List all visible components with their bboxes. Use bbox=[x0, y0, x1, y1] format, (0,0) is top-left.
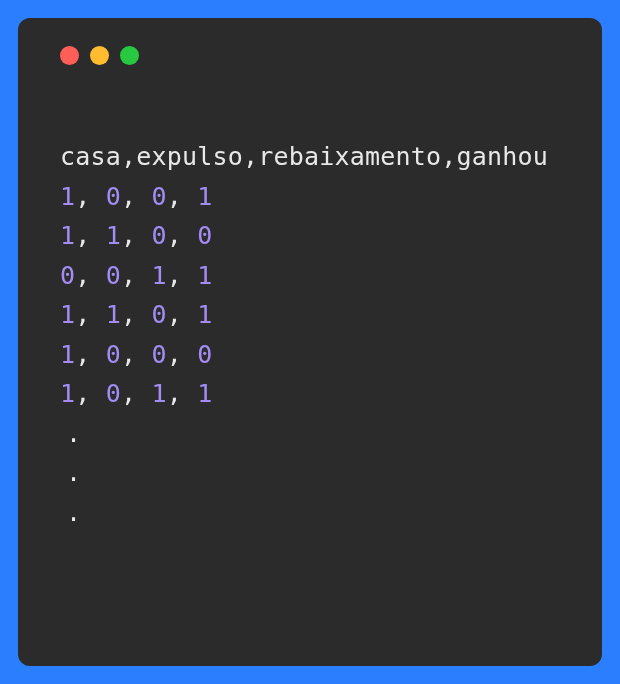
csv-value: 0 bbox=[106, 182, 121, 211]
csv-header: casa,expulso,rebaixamento,ganhou bbox=[60, 137, 560, 177]
separator: , bbox=[167, 300, 198, 329]
csv-value: 1 bbox=[60, 379, 75, 408]
separator: , bbox=[167, 182, 198, 211]
separator: , bbox=[121, 379, 152, 408]
code-content: casa,expulso,rebaixamento,ganhou 1, 0, 0… bbox=[60, 137, 560, 532]
separator: , bbox=[167, 261, 198, 290]
csv-value: 1 bbox=[152, 261, 167, 290]
csv-value: 1 bbox=[60, 300, 75, 329]
csv-value: 1 bbox=[106, 221, 121, 250]
csv-row: 0, 0, 1, 1 bbox=[60, 256, 560, 296]
csv-value: 1 bbox=[197, 261, 212, 290]
csv-value: 0 bbox=[106, 379, 121, 408]
separator: , bbox=[75, 300, 106, 329]
separator: , bbox=[75, 340, 106, 369]
separator: , bbox=[75, 261, 106, 290]
separator: , bbox=[121, 340, 152, 369]
separator: , bbox=[121, 182, 152, 211]
csv-value: 0 bbox=[197, 340, 212, 369]
separator: , bbox=[75, 221, 106, 250]
separator: , bbox=[167, 221, 198, 250]
csv-value: 0 bbox=[106, 261, 121, 290]
csv-value: 1 bbox=[197, 300, 212, 329]
csv-row: 1, 1, 0, 1 bbox=[60, 295, 560, 335]
csv-value: 0 bbox=[60, 261, 75, 290]
ellipsis-dot: . bbox=[60, 453, 560, 493]
csv-value: 0 bbox=[152, 340, 167, 369]
csv-value: 0 bbox=[152, 300, 167, 329]
csv-value: 0 bbox=[106, 340, 121, 369]
zoom-icon[interactable] bbox=[120, 46, 139, 65]
csv-rows: 1, 0, 0, 11, 1, 0, 00, 0, 1, 11, 1, 0, 1… bbox=[60, 177, 560, 414]
separator: , bbox=[75, 182, 106, 211]
terminal-window: casa,expulso,rebaixamento,ganhou 1, 0, 0… bbox=[18, 18, 602, 666]
csv-row: 1, 0, 0, 1 bbox=[60, 177, 560, 217]
csv-row: 1, 0, 1, 1 bbox=[60, 374, 560, 414]
close-icon[interactable] bbox=[60, 46, 79, 65]
minimize-icon[interactable] bbox=[90, 46, 109, 65]
csv-value: 1 bbox=[60, 221, 75, 250]
ellipsis-dot: . bbox=[60, 414, 560, 454]
separator: , bbox=[167, 340, 198, 369]
csv-value: 1 bbox=[197, 379, 212, 408]
csv-row: 1, 0, 0, 0 bbox=[60, 335, 560, 375]
csv-value: 1 bbox=[106, 300, 121, 329]
ellipsis: ... bbox=[60, 414, 560, 533]
csv-value: 1 bbox=[197, 182, 212, 211]
separator: , bbox=[75, 379, 106, 408]
csv-value: 1 bbox=[60, 182, 75, 211]
csv-value: 1 bbox=[60, 340, 75, 369]
separator: , bbox=[121, 261, 152, 290]
separator: , bbox=[121, 221, 152, 250]
csv-value: 0 bbox=[197, 221, 212, 250]
ellipsis-dot: . bbox=[60, 493, 560, 533]
csv-value: 1 bbox=[152, 379, 167, 408]
csv-row: 1, 1, 0, 0 bbox=[60, 216, 560, 256]
separator: , bbox=[121, 300, 152, 329]
window-controls bbox=[60, 46, 560, 65]
csv-value: 0 bbox=[152, 221, 167, 250]
csv-value: 0 bbox=[152, 182, 167, 211]
separator: , bbox=[167, 379, 198, 408]
